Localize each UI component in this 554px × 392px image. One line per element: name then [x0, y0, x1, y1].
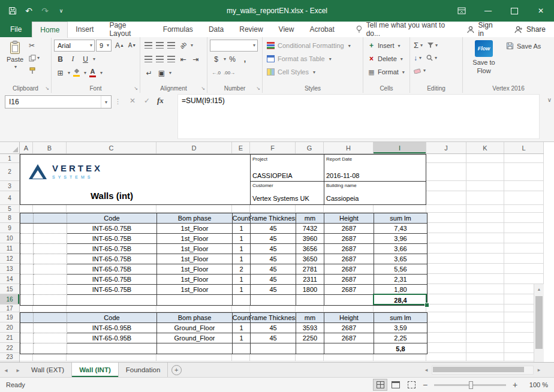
cell-E11[interactable]: 1 [233, 244, 251, 254]
cell-C19[interactable]: Code [67, 313, 157, 323]
decrease-decimal-button[interactable]: .00→ [222, 67, 236, 79]
cell-C13[interactable]: INT-65-0.75B [67, 264, 157, 275]
orientation-button[interactable]: ab [174, 37, 191, 53]
cell-G19[interactable]: mm [296, 313, 324, 323]
ribbon-tab-acrobat[interactable]: Acrobat [302, 22, 342, 37]
cell-A11[interactable] [20, 244, 34, 254]
name-box-caret[interactable]: ▾ [101, 96, 111, 108]
cell-F20[interactable]: 45 [251, 323, 296, 333]
vertical-scroll-thumb[interactable] [535, 296, 543, 349]
cell-G21[interactable]: 2250 [296, 333, 324, 343]
fill-handle[interactable] [424, 303, 429, 307]
cell-A16[interactable] [20, 295, 34, 305]
minimize-button[interactable]: — [475, 0, 501, 22]
cell-E13[interactable]: 2 [233, 264, 251, 275]
cell-E20[interactable]: 1 [233, 323, 251, 333]
cell-I8[interactable]: sum lm [374, 213, 427, 224]
cell-H22[interactable] [324, 343, 374, 354]
row-header-1[interactable]: 1 [0, 154, 19, 163]
align-left-button[interactable] [144, 56, 152, 62]
row-header-5[interactable]: 5 [0, 205, 19, 213]
cell-C11[interactable]: INT-65-0.75B [67, 244, 157, 254]
row-header-13[interactable]: 13 [0, 264, 19, 274]
find-select-button[interactable]: ▾ [426, 55, 437, 61]
cell-I14[interactable]: 2,31 [374, 275, 427, 285]
align-top-button[interactable] [144, 42, 152, 49]
row-header-9[interactable]: 9 [0, 223, 19, 233]
collapse-formula-bar-button[interactable]: ∨ [547, 97, 552, 103]
grid-content[interactable]: VERTEX SYSTEMS Walls (int) Project CASSI… [20, 154, 544, 362]
cell-D13[interactable]: 1st_Floor [157, 264, 233, 275]
ribbon-tab-insert[interactable]: Insert [68, 22, 101, 37]
cell-D22[interactable] [157, 343, 233, 354]
cell-A8[interactable] [20, 213, 34, 224]
cell-A19[interactable] [20, 313, 34, 323]
cell-H12[interactable]: 2687 [324, 254, 374, 264]
row-header-16[interactable]: 16 [0, 294, 19, 304]
cell-A21[interactable] [20, 333, 34, 343]
save-button[interactable] [5, 3, 20, 19]
row-header-3[interactable]: 3 [0, 181, 19, 191]
format-cells-button[interactable]: ▦ Format ▾ [366, 65, 408, 79]
row-header-23[interactable]: 23 [0, 353, 19, 361]
increase-decimal-button[interactable]: ←.0 [210, 67, 222, 79]
row-header-19[interactable]: 19 [0, 312, 19, 322]
column-header-D[interactable]: D [156, 142, 232, 153]
sheet-tab-foundation[interactable]: Foundation [119, 363, 168, 377]
cell-B8[interactable] [34, 213, 67, 224]
italic-button[interactable]: I [67, 53, 79, 65]
page-layout-view-button[interactable] [389, 379, 403, 391]
cell-E14[interactable]: 1 [233, 275, 251, 285]
cell-B15[interactable] [34, 285, 67, 295]
cell-G20[interactable]: 3593 [296, 323, 324, 333]
cell-A12[interactable] [20, 254, 34, 264]
cell-F15[interactable]: 45 [251, 285, 296, 295]
merge-center-button[interactable]: ▣ [155, 67, 168, 79]
fill-color-button[interactable] [70, 67, 83, 79]
number-dialog-launcher[interactable]: ↘ [256, 86, 260, 91]
cell-B20[interactable] [34, 323, 67, 333]
clear-button[interactable]: ▾ [414, 68, 426, 74]
cell-H8[interactable]: Height [324, 213, 374, 224]
autosum-button[interactable]: Σ▾ [414, 41, 423, 50]
scroll-left-arrow[interactable]: ◂ [422, 367, 430, 373]
ribbon-tab-page-layout[interactable]: Page Layout [101, 22, 155, 37]
cell-I21[interactable]: 2,25 [374, 333, 427, 343]
cell-D20[interactable]: Ground_Floor [157, 323, 233, 333]
column-header-F[interactable]: F [250, 142, 296, 153]
cell-C21[interactable]: INT-65-0.95B [67, 333, 157, 343]
decrease-font-size-button[interactable]: A▼ [126, 40, 138, 51]
cell-A9[interactable] [20, 224, 34, 234]
cell-G16[interactable] [296, 295, 324, 305]
confirm-entry-button[interactable]: ✓ [140, 97, 153, 105]
cell-E8[interactable]: Count [233, 213, 251, 224]
format-as-table-button[interactable]: Format as Table ▾ [265, 52, 362, 65]
cell-D15[interactable]: 1st_Floor [157, 285, 233, 295]
cell-G15[interactable]: 1800 [296, 285, 324, 295]
row-header-17[interactable]: 17 [0, 304, 19, 312]
percent-style-button[interactable]: % [226, 53, 239, 65]
row-header-22[interactable]: 22 [0, 343, 19, 353]
cell-E22[interactable] [233, 343, 251, 354]
cell-I19[interactable]: sum lm [374, 313, 427, 323]
cell-G13[interactable]: 2781 [296, 264, 324, 275]
delete-cells-button[interactable]: × Delete ▾ [366, 52, 408, 65]
format-painter-button[interactable] [29, 65, 40, 76]
sheet-tab-wall-int[interactable]: Wall (INT) [72, 363, 119, 377]
sort-filter-button[interactable]: ▾ [427, 43, 438, 49]
cell-H10[interactable]: 2687 [324, 234, 374, 244]
maximize-button[interactable] [501, 0, 528, 22]
row-header-4[interactable]: 4 [0, 191, 19, 205]
cell-E9[interactable]: 1 [233, 224, 251, 234]
cell-G10[interactable]: 3960 [296, 234, 324, 244]
cell-G11[interactable]: 3656 [296, 244, 324, 254]
row-header-15[interactable]: 15 [0, 284, 19, 294]
cut-button[interactable]: ✂ [29, 40, 40, 50]
zoom-out-button[interactable]: − [420, 380, 430, 390]
cell-F10[interactable]: 45 [251, 234, 296, 244]
decrease-indent-button[interactable]: ⇤ [177, 53, 189, 65]
cell-H13[interactable]: 2687 [324, 264, 374, 275]
formula-bar-resize-handle[interactable]: ⋮ [115, 98, 121, 105]
select-all-corner[interactable] [0, 142, 20, 154]
cell-C9[interactable]: INT-65-0.75B [67, 224, 157, 234]
